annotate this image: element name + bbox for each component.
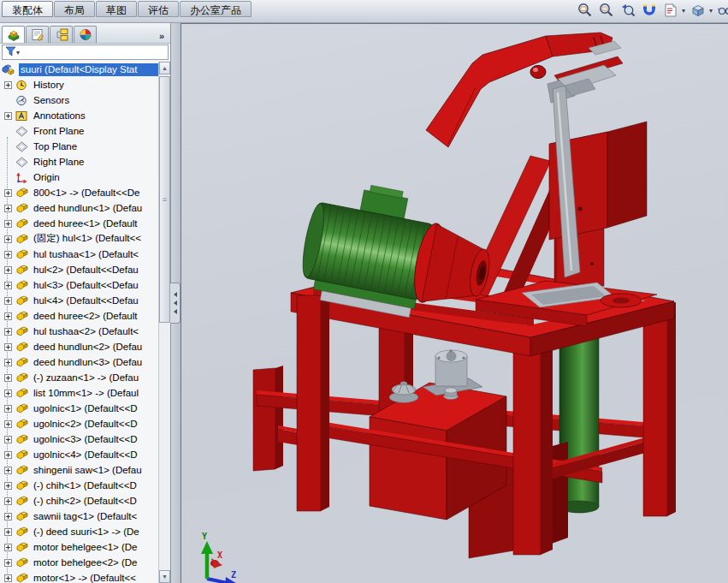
- tree-item-19[interactable]: deed hundlun<3> (Defau: [0, 354, 158, 370]
- expand-toggle-icon[interactable]: [3, 419, 12, 428]
- command-tab-1[interactable]: 装配体: [2, 1, 53, 17]
- featuremanager-tab[interactable]: [2, 26, 25, 43]
- expand-toggle-icon[interactable]: [3, 527, 12, 536]
- tree-item-13[interactable]: hul<2> (Default<<Defau: [0, 262, 158, 277]
- part-icon: [15, 495, 29, 507]
- expand-toggle-icon[interactable]: [3, 235, 12, 243]
- part-icon: [15, 310, 29, 322]
- expand-toggle-icon[interactable]: [3, 435, 12, 443]
- tree-item-29[interactable]: sawnii tag<1> (Default<: [0, 509, 158, 524]
- panel-collapse-handle[interactable]: [170, 283, 181, 324]
- tree-scrollbar[interactable]: ▲ ≡ ▼: [158, 62, 170, 583]
- tree-item-24[interactable]: ugolnic<3> (Default<<D: [0, 431, 158, 447]
- expand-toggle-icon[interactable]: [3, 358, 12, 366]
- command-tab-2[interactable]: 布局: [54, 1, 95, 17]
- expand-toggle-icon[interactable]: [3, 389, 12, 397]
- tree-item-7[interactable]: Origin: [0, 170, 158, 185]
- feature-tree-area: suuri (Default<Display StatHistorySensor…: [0, 62, 158, 583]
- view-orientation-dropdown-caret[interactable]: ▾: [682, 7, 685, 15]
- tree-item-3[interactable]: Annotations: [0, 108, 158, 123]
- tree-item-31[interactable]: motor behelgee<1> (De: [0, 539, 158, 555]
- expand-toggle-icon[interactable]: [3, 281, 12, 289]
- tree-item-30[interactable]: (-) deed suuri<1> -> (De: [0, 524, 158, 539]
- displaymanager-tab[interactable]: [74, 26, 97, 43]
- tree-item-26[interactable]: shingenii saw<1> (Defau: [0, 462, 158, 478]
- command-tab-5[interactable]: 办公室产品: [180, 1, 252, 17]
- expand-toggle-icon[interactable]: [3, 265, 12, 274]
- expand-toggle-icon[interactable]: [3, 219, 12, 228]
- tree-item-22[interactable]: ugolnic<1> (Default<<D: [0, 401, 158, 416]
- expand-toggle-icon[interactable]: [3, 188, 12, 197]
- expand-toggle-icon[interactable]: [3, 204, 12, 212]
- expand-toggle-icon[interactable]: [3, 373, 12, 382]
- expand-toggle-icon[interactable]: [3, 512, 12, 521]
- tree-item-25[interactable]: ugolnic<4> (Default<<D: [0, 447, 158, 462]
- display-style-icon[interactable]: [690, 2, 707, 19]
- tree-item-23[interactable]: ugolnic<2> (Default<<D: [0, 416, 158, 431]
- tree-item-5[interactable]: Top Plane: [0, 139, 158, 154]
- tree-item-9[interactable]: deed hundlun<1> (Defau: [0, 200, 158, 216]
- tree-item-label: ugolnic<2> (Default<<D: [32, 418, 158, 431]
- tree-item-14[interactable]: hul<3> (Default<<Defau: [0, 277, 158, 293]
- expand-toggle-icon[interactable]: [3, 250, 12, 259]
- tree-item-label: Sensors: [32, 94, 158, 107]
- section-view-icon[interactable]: [641, 2, 658, 19]
- expand-toggle-icon[interactable]: [3, 497, 12, 505]
- tree-item-21[interactable]: list 10mm<1> -> (Defaul: [0, 385, 158, 401]
- expand-toggle-icon[interactable]: [3, 111, 12, 120]
- command-tab-4[interactable]: 评估: [138, 1, 179, 17]
- expand-toggle-icon[interactable]: [3, 342, 12, 351]
- tree-item-0[interactable]: suuri (Default<Display Stat: [0, 62, 158, 77]
- tree-item-label: motor behelgee<1> (De: [32, 541, 158, 554]
- scroll-thumb[interactable]: ≡: [159, 76, 170, 323]
- expand-toggle-icon[interactable]: [3, 466, 12, 474]
- expand-toggle-icon[interactable]: [3, 450, 12, 459]
- tree-item-4[interactable]: Front Plane: [0, 123, 158, 139]
- zoom-fit-icon[interactable]: [577, 2, 594, 19]
- expand-toggle-icon[interactable]: [3, 80, 12, 89]
- assembly-3d-model[interactable]: X Z Y: [181, 24, 728, 583]
- tree-item-28[interactable]: (-) chih<2> (Default<<D: [0, 493, 158, 509]
- tree-filter-input[interactable]: ▾: [2, 45, 169, 60]
- display-style-dropdown-caret[interactable]: ▾: [709, 7, 713, 15]
- tree-item-17[interactable]: hul tushaa<2> (Default<: [0, 324, 158, 339]
- tree-item-16[interactable]: deed huree<2> (Default: [0, 308, 158, 324]
- tree-item-32[interactable]: motor behelgee<2> (De: [0, 555, 158, 570]
- expand-toggle-icon[interactable]: [3, 312, 12, 320]
- manager-tabs-overflow-button[interactable]: »: [155, 31, 169, 43]
- part-icon: [15, 402, 29, 414]
- expand-toggle-icon[interactable]: [3, 574, 12, 582]
- expand-toggle-icon[interactable]: [3, 543, 12, 551]
- configurationmanager-tab[interactable]: [50, 26, 73, 43]
- zoom-area-icon[interactable]: [598, 2, 615, 19]
- scroll-up-button[interactable]: ▲: [159, 62, 170, 74]
- expand-toggle-icon[interactable]: [3, 327, 12, 336]
- tree-item-20[interactable]: (-) zuzaan<1> -> (Defau: [0, 370, 158, 385]
- tree-item-12[interactable]: hul tushaa<1> (Default<: [0, 247, 158, 262]
- tree-item-15[interactable]: hul<4> (Default<<Defau: [0, 293, 158, 308]
- tree-item-8[interactable]: 800<1> -> (Default<<De: [0, 185, 158, 200]
- scroll-down-button[interactable]: ▼: [159, 570, 170, 583]
- graphics-viewport[interactable]: X Z Y: [181, 23, 728, 583]
- tree-item-label: hul tushaa<1> (Default<: [32, 248, 158, 261]
- propertymanager-tab[interactable]: [26, 26, 49, 43]
- part-icon: [15, 479, 29, 491]
- tree-item-2[interactable]: Sensors: [0, 92, 158, 108]
- tree-item-18[interactable]: deed hundlun<2> (Defau: [0, 339, 158, 354]
- tree-item-27[interactable]: (-) chih<1> (Default<<D: [0, 478, 158, 493]
- hide-show-items-icon[interactable]: [717, 2, 728, 19]
- tree-item-11[interactable]: (固定) hul<1> (Default<<: [0, 231, 158, 247]
- filter-caret-icon[interactable]: ▾: [16, 49, 20, 57]
- tree-item-1[interactable]: History: [0, 77, 158, 92]
- expand-toggle-icon[interactable]: [3, 558, 12, 567]
- view-orientation-icon[interactable]: [662, 2, 679, 19]
- tree-item-label: (固定) hul<1> (Default<<: [32, 231, 158, 247]
- expand-toggle-icon[interactable]: [3, 481, 12, 490]
- tree-item-6[interactable]: Right Plane: [0, 154, 158, 170]
- tree-item-33[interactable]: motor<1> -> (Default<<: [0, 570, 158, 583]
- expand-toggle-icon[interactable]: [3, 296, 12, 305]
- expand-toggle-icon[interactable]: [3, 404, 12, 413]
- command-tab-3[interactable]: 草图: [96, 1, 137, 17]
- previous-view-icon[interactable]: [619, 2, 636, 19]
- tree-item-10[interactable]: deed huree<1> (Default: [0, 216, 158, 231]
